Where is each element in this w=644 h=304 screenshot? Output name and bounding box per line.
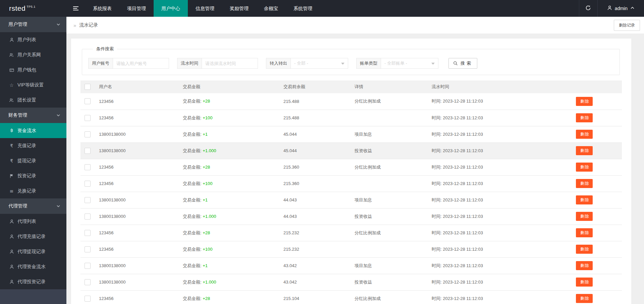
delete-button[interactable]: 删除 [576, 294, 593, 303]
sidebar-item-1-3[interactable]: 投资记录 [0, 168, 66, 183]
records-table: 用户名 交易金额 交易前余额 详情 流水时间 123456交易金额: +2821… [80, 80, 622, 304]
sidebar-item-0-4[interactable]: 团长设置 [0, 93, 66, 108]
cell-detail: 分红比例加成 [355, 159, 432, 175]
search-button-label: 搜索 [461, 60, 473, 66]
sidebar-item-2-2[interactable]: 代理提现记录 [0, 244, 66, 259]
time-input[interactable] [202, 58, 258, 69]
row-checkbox[interactable] [85, 279, 91, 285]
row-checkbox[interactable] [85, 263, 91, 269]
cell-amount: 交易金额: +100 [183, 110, 283, 126]
table-row: 123456交易金额: +100215.232时间: 2023-12-28 11… [80, 241, 622, 257]
bill-type-select-value: - 全部账单 - [384, 60, 407, 66]
sidebar-item-label: 充值记录 [17, 143, 36, 149]
top-navbar: rstedTP5.1 系统报表项目管理用户中心信息管理奖励管理余额宝系统管理 a… [0, 0, 644, 17]
cell-amount: 交易金额: +28 [183, 225, 283, 241]
content-area: 条件搜索 用户账号 流水时间 转入转出 - 全部 - [66, 34, 644, 287]
cell-username: 123456 [99, 93, 183, 110]
delete-button[interactable]: 删除 [576, 278, 593, 287]
sidebar-item-2-1[interactable]: 代理充值记录 [0, 229, 66, 244]
refresh-button[interactable] [579, 0, 598, 17]
nav-item-6[interactable]: 系统管理 [286, 0, 320, 17]
select-all-checkbox[interactable] [85, 84, 91, 90]
cell-time: 时间: 2023-12-28 11:12:03 [432, 290, 570, 304]
time-field-group: 流水时间 [177, 58, 258, 69]
sidebar-item-0-3[interactable]: ☆VIP等级设置 [0, 77, 66, 93]
sidebar-section-header-2[interactable]: 代理管理 [0, 198, 66, 214]
cell-amount: 交易金额: +28 [183, 93, 283, 110]
row-checkbox[interactable] [85, 197, 91, 203]
sidebar-item-1-4[interactable]: ≡兑换记录 [0, 183, 66, 198]
nav-item-5[interactable]: 余额宝 [256, 0, 286, 17]
cell-username: 123456 [99, 159, 183, 175]
page-title: 流水记录 [79, 22, 98, 28]
wallet-icon [9, 68, 14, 72]
delete-button[interactable]: 删除 [576, 163, 593, 172]
row-checkbox[interactable] [85, 246, 91, 252]
delete-button[interactable]: 删除 [576, 245, 593, 254]
sidebar-item-0-2[interactable]: 用户钱包 [0, 62, 66, 77]
direction-select[interactable]: - 全部 - [290, 58, 348, 69]
nav-menu: 系统报表项目管理用户中心信息管理奖励管理余额宝系统管理 [85, 0, 320, 17]
delete-button[interactable]: 删除 [576, 228, 593, 237]
flag-icon [9, 174, 14, 178]
row-checkbox[interactable] [85, 98, 91, 104]
bill-type-field-group: 账单类型 - 全部账单 - [356, 58, 438, 69]
cell-balance: 44.043 [283, 192, 355, 208]
nav-item-2[interactable]: 用户中心 [154, 0, 188, 17]
delete-button[interactable]: 删除 [576, 130, 593, 139]
delete-button[interactable]: 删除 [576, 212, 593, 221]
cell-amount: 交易金额: +1.000 [183, 274, 283, 290]
cell-balance: 43.042 [283, 257, 355, 274]
cell-time: 时间: 2023-12-28 11:12:03 [432, 257, 570, 274]
delete-button[interactable]: 删除 [576, 195, 593, 204]
sidebar-item-1-2[interactable]: ₹提现记录 [0, 153, 66, 168]
cell-detail [355, 110, 432, 126]
row-checkbox[interactable] [85, 115, 91, 121]
row-checkbox[interactable] [85, 148, 91, 154]
delete-button[interactable]: 删除 [576, 146, 593, 155]
nav-item-1[interactable]: 项目管理 [119, 0, 154, 17]
cell-time: 时间: 2023-12-28 11:12:03 [432, 208, 570, 225]
header-detail: 详情 [355, 80, 432, 93]
sidebar-item-1-0[interactable]: 资金流水 [0, 123, 66, 138]
sidebar-section-header-0[interactable]: 用户管理 [0, 17, 66, 32]
sidebar-item-label: 用户列表 [17, 37, 36, 43]
search-button[interactable]: 搜索 [448, 58, 477, 69]
bill-type-label: 账单类型 [356, 58, 381, 69]
bill-type-select[interactable]: - 全部账单 - [381, 58, 438, 69]
delete-button[interactable]: 删除 [576, 97, 593, 106]
cell-balance: 45.044 [283, 126, 355, 142]
cell-detail: 项目加息 [355, 257, 432, 274]
nav-item-0[interactable]: 系统报表 [85, 0, 119, 17]
account-field-group: 用户账号 [88, 58, 169, 69]
row-checkbox[interactable] [85, 181, 91, 187]
sidebar-item-2-3[interactable]: 代理资金流水 [0, 259, 66, 274]
delete-records-button[interactable]: 删除记录 [614, 20, 640, 31]
sidebar-item-label: 用户钱包 [17, 67, 36, 73]
sidebar-item-2-4[interactable]: 代理投资记录 [0, 274, 66, 289]
cell-username: 13800138000 [99, 274, 183, 290]
sidebar-item-label: 资金流水 [17, 128, 36, 134]
sidebar-item-0-1[interactable]: 用户关系网 [0, 47, 66, 62]
row-checkbox[interactable] [85, 230, 91, 236]
sidebar-item-0-0[interactable]: 用户列表 [0, 32, 66, 47]
row-checkbox[interactable] [85, 131, 91, 137]
cell-detail: 分红比例加成 [355, 93, 432, 110]
delete-button[interactable]: 删除 [576, 261, 593, 270]
sidebar-toggle-button[interactable] [66, 0, 85, 17]
sidebar-item-1-1[interactable]: ₹充值记录 [0, 138, 66, 153]
row-checkbox[interactable] [85, 214, 91, 220]
cell-amount: 交易金额: +100 [183, 175, 283, 192]
account-input[interactable] [113, 58, 169, 69]
delete-button[interactable]: 删除 [576, 113, 593, 122]
cell-balance: 215.104 [283, 290, 355, 304]
row-checkbox[interactable] [85, 296, 91, 302]
sidebar-section-header-1[interactable]: 财务管理 [0, 108, 66, 123]
nav-item-3[interactable]: 信息管理 [188, 0, 222, 17]
delete-button[interactable]: 删除 [576, 179, 593, 188]
row-checkbox[interactable] [85, 164, 91, 170]
user-icon [9, 280, 14, 284]
user-menu[interactable]: admin [598, 0, 644, 17]
nav-item-4[interactable]: 奖励管理 [222, 0, 256, 17]
sidebar-item-2-0[interactable]: 代理列表 [0, 214, 66, 229]
